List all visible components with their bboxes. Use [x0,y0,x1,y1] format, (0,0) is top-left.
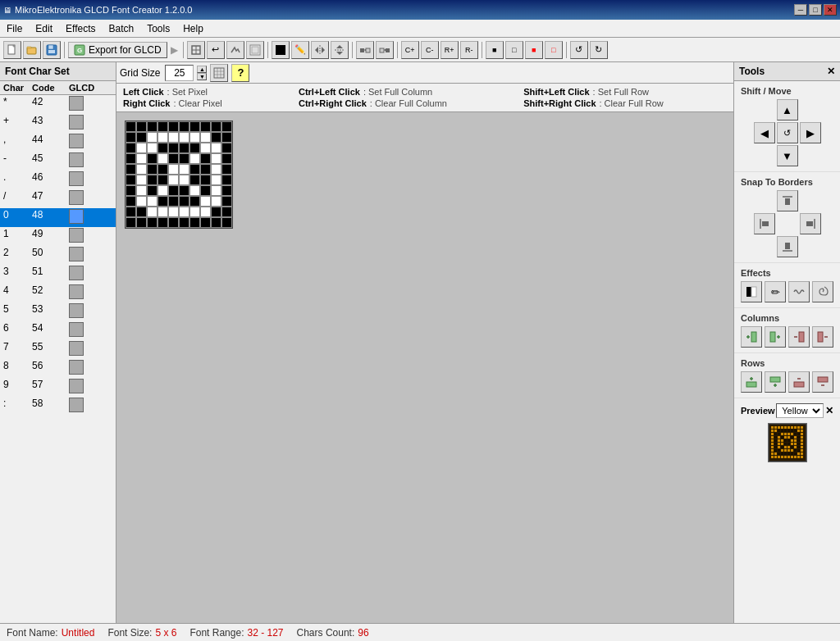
menu-tools[interactable]: Tools [140,21,176,36]
effect-pen[interactable]: ✏ [765,281,786,302]
tb-icon-11[interactable]: C+ [401,41,419,59]
snap-left-button[interactable] [754,213,775,234]
svg-rect-58 [818,377,828,382]
col-del-left[interactable] [788,326,810,348]
close-button[interactable]: ✕ [824,4,837,16]
tb-flip-v[interactable] [331,41,349,59]
row-add-top[interactable] [741,371,762,393]
glcd-cell [69,96,110,113]
svg-rect-33 [762,221,769,226]
col-add-left[interactable] [741,326,762,348]
open-button[interactable] [23,41,41,59]
char-row[interactable]: 452 [0,284,116,302]
tools-close-button[interactable]: ✕ [827,66,835,77]
shift-down-button[interactable]: ▼ [777,145,798,166]
instr-shift-right: Shift+Right Click : Clear Full Row [523,98,727,108]
grid-size-label: Grid Size [120,67,160,79]
tb-undo[interactable]: ↩ [207,41,225,59]
char-row[interactable]: .46 [0,170,116,189]
help-button[interactable]: ? [231,64,249,82]
svg-rect-31 [785,198,790,205]
char-row[interactable]: ,44 [0,133,116,152]
tb-icon-9[interactable] [356,41,374,59]
char-list[interactable]: *42+43,44-45.46/470481492503514525536547… [0,95,116,623]
svg-rect-22 [366,48,370,52]
minimize-button[interactable]: ─ [794,4,807,16]
tb-icon-14[interactable]: R- [460,41,478,59]
char-row[interactable]: 755 [0,340,116,359]
pixel-canvas[interactable] [125,120,233,229]
grid-size-input[interactable] [165,65,194,81]
row-del-top[interactable] [788,371,810,393]
menu-edit[interactable]: Edit [29,21,59,36]
char-row[interactable]: /47 [0,189,116,208]
col-del-right[interactable] [812,326,833,348]
char-row[interactable]: 149 [0,227,116,246]
svg-rect-46 [799,332,804,342]
char-row[interactable]: 654 [0,321,116,340]
char-row[interactable]: 856 [0,359,116,378]
char-cell: / [3,190,32,207]
menu-help[interactable]: Help [176,21,210,36]
effect-invert[interactable] [741,281,762,302]
char-row[interactable]: :58 [0,397,116,416]
glcd-cell [69,266,110,283]
tb-icon-1[interactable] [187,41,205,59]
char-cell: 8 [3,360,32,377]
tb-fill-black[interactable] [272,41,290,59]
char-row[interactable]: 553 [0,302,116,321]
instr-ctrl-left: Ctrl+Left Click : Set Full Column [299,87,510,97]
tb-icon-15[interactable]: ■ [486,41,504,59]
char-row[interactable]: *42 [0,95,116,114]
shift-left-button[interactable]: ◀ [754,122,775,143]
char-row[interactable]: 351 [0,265,116,284]
tb-icon-17[interactable]: ■ [525,41,543,59]
preview-color-select[interactable]: Yellow Green Blue White [776,403,824,418]
char-row[interactable]: 957 [0,378,116,397]
save-button[interactable] [43,41,61,59]
menu-file[interactable]: File [0,21,29,36]
col-add-right[interactable] [765,326,786,348]
menu-effects[interactable]: Effects [59,21,102,36]
char-row[interactable]: 048 [0,208,116,227]
menu-batch[interactable]: Batch [103,21,141,36]
effect-spiral[interactable] [812,281,833,302]
tb-pen[interactable]: ✏️ [291,41,309,59]
shift-up-button[interactable]: ▲ [777,99,798,120]
row-del-bottom[interactable] [812,371,833,393]
char-row[interactable]: 250 [0,246,116,265]
grid-toolbar: Grid Size ▲ ▼ ? [116,62,733,84]
svg-rect-48 [818,332,823,342]
tb-flip-h[interactable] [311,41,329,59]
char-row[interactable]: +43 [0,114,116,133]
code-cell: 44 [32,134,69,151]
tb-icon-18[interactable]: □ [545,41,563,59]
grid-toggle-button[interactable] [210,64,228,82]
spin-down[interactable]: ▼ [197,73,207,80]
tb-icon-3[interactable] [226,41,244,59]
char-row[interactable]: -45 [0,152,116,170]
tb-icon-12[interactable]: C- [421,41,439,59]
spin-up[interactable]: ▲ [197,66,207,73]
tb-icon-13[interactable]: R+ [441,41,459,59]
tb-redo[interactable]: ↻ [590,41,608,59]
tb-icon-16[interactable]: □ [505,41,523,59]
glcd-cell [69,152,110,170]
row-add-bottom[interactable] [765,371,786,393]
grid-size-spinner[interactable]: ▲ ▼ [197,66,207,80]
tb-icon-4[interactable] [246,41,264,59]
drawing-area[interactable] [116,112,733,623]
tb-undo2[interactable]: ↺ [570,41,588,59]
tb-icon-10[interactable] [376,41,394,59]
maximize-button[interactable]: □ [809,4,822,16]
shift-right-button[interactable]: ▶ [800,122,821,143]
left-panel: Font Char Set Char Code GLCD *42+43,44-4… [0,62,116,623]
snap-right-button[interactable] [800,213,821,234]
snap-top-button[interactable] [777,190,798,211]
preview-close-button[interactable]: ✕ [825,405,833,416]
export-button[interactable]: G Export for GLCD [68,42,167,58]
snap-bottom-button[interactable] [777,236,798,257]
new-button[interactable] [3,41,21,59]
shift-center-button[interactable]: ↺ [777,122,798,143]
effect-wave[interactable] [788,281,810,302]
